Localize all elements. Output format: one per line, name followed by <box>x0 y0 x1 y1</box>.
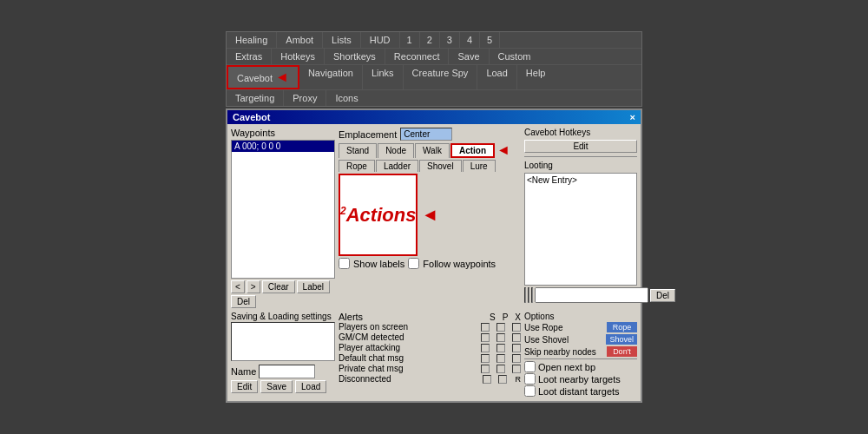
saving-save-button[interactable]: Save <box>260 380 293 393</box>
alert-p-players[interactable] <box>496 323 505 332</box>
loot-distant-checkbox[interactable] <box>524 385 536 397</box>
alerts-section: Alerts S P X Players on screen <box>339 312 521 398</box>
waypoint-controls: < > Clear Label Del <box>231 280 335 308</box>
alert-s-players[interactable] <box>481 323 490 332</box>
waypoint-item[interactable]: A 000; 0 0 0 <box>232 141 334 152</box>
show-labels-checkbox[interactable] <box>339 258 350 269</box>
menu-num-5[interactable]: 5 <box>480 32 500 48</box>
alert-s-default[interactable] <box>481 354 490 363</box>
alert-p-default[interactable] <box>496 354 505 363</box>
open-bp-checkbox[interactable] <box>524 361 536 372</box>
option-value-shovel[interactable]: Shovel <box>606 334 637 345</box>
menu-proxy[interactable]: Proxy <box>284 90 326 106</box>
alert-s-private[interactable] <box>481 365 490 373</box>
menu-extras[interactable]: Extras <box>227 49 272 64</box>
name-input[interactable] <box>259 365 315 378</box>
tab-stand[interactable]: Stand <box>339 143 377 158</box>
loot-distant-label: Loot distant targets <box>538 386 620 397</box>
alert-x-gm[interactable] <box>512 333 521 342</box>
label-button[interactable]: Label <box>297 280 330 293</box>
window-titlebar: Cavebot × <box>227 110 641 124</box>
tab-walk[interactable]: Walk <box>415 143 450 158</box>
menu-save[interactable]: Save <box>449 49 489 64</box>
saving-edit-button[interactable]: Edit <box>231 380 258 393</box>
saving-title: Saving & Loading settings <box>231 312 335 321</box>
x-label: X <box>515 312 521 322</box>
alert-s-disc[interactable] <box>483 375 491 384</box>
alert-row-disconnected: Disconnected R <box>339 374 521 384</box>
right-panel: Cavebot Hotkeys Edit Looting <New Entry>… <box>524 128 637 308</box>
follow-waypoints-checkbox[interactable] <box>408 258 419 269</box>
alert-p-disc[interactable] <box>498 375 507 384</box>
clear-button[interactable]: Clear <box>262 280 295 293</box>
alert-p-private[interactable] <box>496 365 505 373</box>
alert-s-gm[interactable] <box>481 333 490 342</box>
menu-targeting[interactable]: Targeting <box>227 90 284 106</box>
menu-shortkeys[interactable]: Shortkeys <box>325 49 385 64</box>
del-looting-button[interactable]: Del <box>650 289 675 302</box>
menu-row-2: Extras Hotkeys Shortkeys Reconnect Save … <box>227 49 641 65</box>
menu-links[interactable]: Links <box>363 65 404 89</box>
menu-num-3[interactable]: 3 <box>440 32 460 48</box>
menu-lists[interactable]: Lists <box>323 32 361 48</box>
menu-help[interactable]: Help <box>517 65 555 89</box>
tab-row-1: Stand Node Walk Action <box>339 143 495 158</box>
checkbox-open-bp: Open next bp <box>524 361 637 372</box>
alert-s-attacking[interactable] <box>481 344 490 352</box>
prev-waypoint-button[interactable]: < <box>231 280 245 293</box>
looting-text-input[interactable] <box>535 287 648 303</box>
alert-label-attacking: Player attacking <box>339 343 479 352</box>
alert-x-default[interactable] <box>512 354 521 363</box>
menu-ambot[interactable]: Ambot <box>277 32 323 48</box>
hotkeys-edit-button[interactable]: Edit <box>524 140 637 153</box>
alert-x-private[interactable] <box>512 365 521 373</box>
actions-area-arrow: ◄ <box>421 205 438 225</box>
menu-icons[interactable]: Icons <box>326 90 366 106</box>
looting-controls: Del <box>524 287 637 303</box>
option-value-rope[interactable]: Rope <box>607 322 637 332</box>
tab-lure[interactable]: Lure <box>463 160 496 172</box>
p-label: P <box>503 312 509 322</box>
tab-rope[interactable]: Rope <box>339 160 375 172</box>
option-value-skip[interactable]: Don't <box>607 346 637 357</box>
tab-node[interactable]: Node <box>378 143 414 158</box>
menu-hud[interactable]: HUD <box>361 32 400 48</box>
options-section: Options Use Rope Rope Use Shovel Shovel … <box>524 312 637 398</box>
checkbox-loot-distant: Loot distant targets <box>524 385 637 397</box>
menu-creature-spy[interactable]: Creature Spy <box>404 65 478 89</box>
tab-action[interactable]: Action <box>450 143 495 158</box>
loot-nearby-checkbox[interactable] <box>524 373 536 385</box>
menu-healing[interactable]: Healing <box>227 32 277 48</box>
looting-item[interactable]: <New Entry> <box>527 175 635 185</box>
alert-x-attacking[interactable] <box>512 344 521 352</box>
del-waypoint-button[interactable]: Del <box>231 295 256 308</box>
menu-load[interactable]: Load <box>477 65 516 89</box>
menu-hotkeys[interactable]: Hotkeys <box>272 49 325 64</box>
alert-x-players[interactable] <box>512 323 521 332</box>
menu-num-1[interactable]: 1 <box>400 32 420 48</box>
emplacement-input[interactable] <box>400 128 452 141</box>
menu-navigation[interactable]: Navigation <box>299 65 363 89</box>
tab-shovel[interactable]: Shovel <box>419 160 462 172</box>
name-label: Name <box>231 366 256 377</box>
actions-superscript: 2 <box>340 204 346 216</box>
next-waypoint-button[interactable]: > <box>247 280 260 293</box>
alert-label-gm: GM/CM detected <box>339 332 479 342</box>
menu-reconnect[interactable]: Reconnect <box>385 49 450 64</box>
saving-textarea[interactable] <box>231 322 335 361</box>
tab-ladder[interactable]: Ladder <box>376 160 418 172</box>
menu-num-2[interactable]: 2 <box>420 32 440 48</box>
alert-p-gm[interactable] <box>496 333 505 342</box>
alert-p-attacking[interactable] <box>496 344 505 352</box>
alert-checkboxes-disconnected: R <box>483 375 522 384</box>
alert-row-default-chat: Default chat msg <box>339 353 521 363</box>
menu-cavebot[interactable]: Cavebot ◄ <box>227 65 299 89</box>
menu-custom[interactable]: Custom <box>490 49 540 64</box>
menu-num-4[interactable]: 4 <box>460 32 480 48</box>
alert-label-default-chat: Default chat msg <box>339 353 479 363</box>
saving-load-button[interactable]: Load <box>295 380 326 393</box>
looting-list[interactable]: <New Entry> <box>524 173 637 286</box>
menu-row-1: Healing Ambot Lists HUD 1 2 3 4 5 <box>227 32 641 49</box>
waypoints-list[interactable]: A 000; 0 0 0 <box>231 140 335 279</box>
window-close-button[interactable]: × <box>630 112 635 122</box>
